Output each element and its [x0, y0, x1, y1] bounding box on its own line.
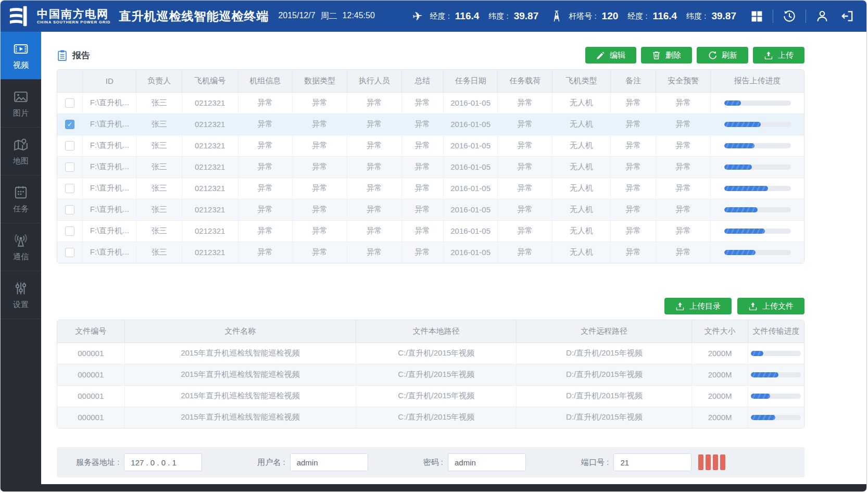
server-address-input[interactable]	[124, 453, 202, 471]
header-row: ID负责人飞机编号机组信息数据类型执行人员总结任务日期任务载荷飞机类型备注安全预…	[57, 70, 804, 92]
map-icon	[13, 137, 29, 153]
table-row[interactable]: 0000012015年直升机巡检线智能巡检视频C:/直升机/2015年视频D:/…	[57, 364, 804, 385]
row-checkbox[interactable]	[65, 226, 74, 236]
column-header: 任务日期	[443, 70, 498, 92]
port-input[interactable]	[613, 453, 691, 471]
progress-fill	[751, 415, 775, 420]
cell-id: F:\直升机...	[83, 220, 136, 242]
upload-button[interactable]: 上传	[753, 47, 804, 64]
table-row[interactable]: ✓F:\直升机...张三0212321异常异常异常异常2016-01-05异常无…	[57, 113, 804, 135]
cell-task-date: 2016-01-05	[443, 135, 498, 156]
progress-fill	[724, 250, 756, 255]
row-checkbox[interactable]	[65, 162, 74, 172]
tower-lat-value: 39.87	[711, 10, 736, 22]
sidebar-item-label: 图片	[13, 108, 29, 118]
cell-alert: 异常	[656, 220, 711, 242]
sidebar-item-label: 通信	[13, 252, 29, 262]
progress-fill	[751, 351, 763, 356]
cell-id: F:\直升机...	[83, 135, 136, 156]
edit-button[interactable]: 编辑	[585, 47, 636, 64]
video-icon	[13, 41, 29, 57]
progress-track	[751, 394, 801, 399]
row-checkbox[interactable]	[65, 98, 74, 108]
cell-payload: 异常	[498, 242, 552, 263]
table-row[interactable]: F:\直升机...张三0212321异常异常异常异常2016-01-05异常无人…	[57, 92, 804, 113]
sidebar-item-image[interactable]: 图片	[1, 80, 41, 128]
column-header: 文件远程路径	[517, 320, 692, 343]
column-header: 报告上传进度	[711, 70, 804, 92]
cell-remark: 异常	[611, 242, 656, 263]
row-checkbox[interactable]	[65, 205, 74, 214]
column-header: 飞机类型	[552, 70, 611, 92]
delete-button[interactable]: 删除	[641, 47, 692, 64]
progress-track	[724, 122, 791, 127]
cell-payload: 异常	[498, 178, 552, 199]
brand-logo: 中国南方电网 CHINA SOUTHERN POWER GRID	[9, 5, 110, 28]
table-row[interactable]: F:\直升机...张三0212321异常异常异常异常2016-01-05异常无人…	[57, 135, 804, 156]
sidebar-item-task[interactable]: 任务	[1, 175, 41, 223]
cell-progress	[711, 92, 804, 113]
sidebar-item-communication[interactable]: 通信	[1, 223, 41, 271]
table-row[interactable]: 0000012015年直升机巡检线智能巡检视频C:/直升机/2015年视频D:/…	[57, 385, 804, 407]
table-row[interactable]: F:\直升机...张三0212321异常异常异常异常2016-01-05异常无人…	[57, 242, 804, 263]
tower-lat-label: 纬度 :	[686, 11, 706, 21]
cell-progress	[748, 385, 804, 407]
refresh-button-label: 刷新	[722, 50, 737, 60]
progress-track	[724, 100, 791, 106]
cell-plane-no: 0212321	[182, 242, 238, 263]
table-row[interactable]: 0000012015年直升机巡检线智能巡检视频C:/直升机/2015年视频D:/…	[57, 343, 804, 364]
user-icon[interactable]	[813, 7, 831, 25]
table-row[interactable]: 0000012015年直升机巡检线智能巡检视频C:/直升机/2015年视频D:/…	[57, 407, 804, 428]
cell-payload: 异常	[498, 113, 552, 135]
sidebar-item-map[interactable]: 地图	[1, 128, 41, 175]
sidebar-item-settings[interactable]: 设置	[1, 271, 41, 319]
weekday-text: 周二	[321, 11, 337, 22]
cell-remark: 异常	[611, 178, 656, 199]
cell-file-no: 000001	[57, 407, 124, 428]
tower-lon-label: 经度 :	[627, 11, 647, 21]
row-checkbox[interactable]	[65, 248, 74, 257]
sidebar-item-label: 设置	[13, 300, 29, 310]
cell-executor: 异常	[347, 135, 401, 156]
cell-crew-info: 异常	[238, 220, 293, 242]
password-input[interactable]	[448, 453, 526, 471]
sidebar-item-label: 地图	[13, 156, 29, 166]
flight-lat-label: 纬度 :	[488, 11, 508, 21]
cell-plane-no: 0212321	[182, 156, 238, 178]
cell-remote-path: D:/直升机/2015年视频	[517, 343, 692, 364]
cell-remark: 异常	[611, 92, 656, 113]
table-row[interactable]: F:\直升机...张三0212321异常异常异常异常2016-01-05异常无人…	[57, 199, 804, 220]
refresh-icon	[708, 50, 717, 60]
cell-progress	[711, 199, 804, 220]
row-checkbox[interactable]: ✓	[65, 120, 74, 129]
progress-fill	[724, 229, 765, 234]
progress-track	[751, 372, 801, 377]
cell-executor: 异常	[347, 92, 401, 113]
cell-plane-type: 无人机	[552, 156, 611, 178]
refresh-button[interactable]: 刷新	[697, 47, 748, 64]
upload-directory-button[interactable]: 上传目录	[664, 298, 732, 314]
row-checkbox[interactable]	[65, 184, 74, 193]
logout-icon[interactable]	[838, 7, 856, 25]
row-checkbox[interactable]	[65, 141, 74, 150]
table-row[interactable]: F:\直升机...张三0212321异常异常异常异常2016-01-05异常无人…	[57, 156, 804, 178]
upload-file-button[interactable]: 上传文件	[737, 298, 804, 314]
tower-no-label: 杆塔号 :	[569, 11, 596, 21]
table-row[interactable]: F:\直升机...张三0212321异常异常异常异常2016-01-05异常无人…	[57, 178, 804, 199]
csg-logo-icon	[9, 5, 33, 28]
cell-plane-type: 无人机	[552, 135, 611, 156]
username-input[interactable]	[290, 453, 368, 471]
cell-task-date: 2016-01-05	[443, 156, 498, 178]
time-text: 12:45:50	[343, 11, 375, 22]
cell-file-size: 2000M	[692, 343, 748, 364]
sidebar-item-video[interactable]: 视频	[1, 32, 41, 80]
cell-plane-no: 0212321	[182, 135, 238, 156]
windows-icon[interactable]	[748, 7, 765, 25]
table-row[interactable]: F:\直升机...张三0212321异常异常异常异常2016-01-05异常无人…	[57, 220, 804, 242]
progress-track	[724, 229, 791, 234]
divider	[773, 9, 773, 23]
history-icon[interactable]	[781, 7, 798, 25]
cell-file-size: 2000M	[692, 364, 748, 385]
port-label: 端口号 :	[581, 458, 609, 467]
header-row: 文件编号文件名称文件本地路径文件远程路径文件大小文件传输进度	[57, 320, 804, 343]
